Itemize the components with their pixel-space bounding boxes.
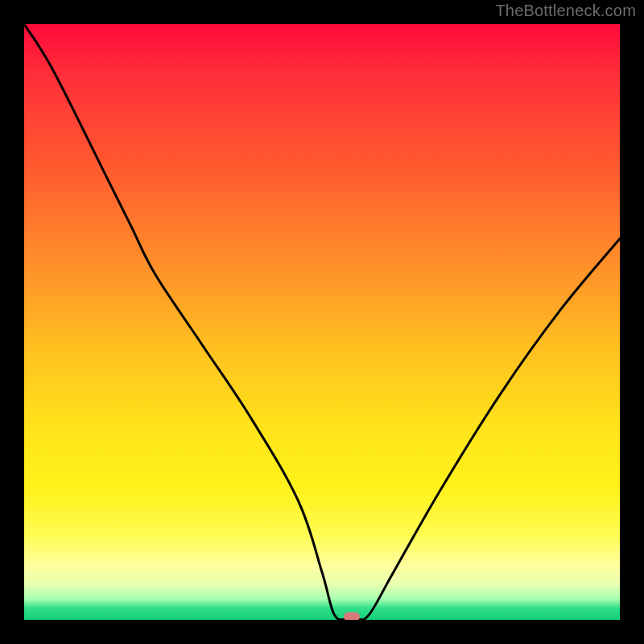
chart-frame: TheBottleneck.com bbox=[0, 0, 644, 644]
curve-svg bbox=[24, 24, 620, 620]
watermark-text: TheBottleneck.com bbox=[495, 2, 636, 20]
plot-area bbox=[24, 24, 620, 620]
bottleneck-curve-path bbox=[24, 24, 620, 620]
optimal-point-marker bbox=[344, 613, 360, 620]
